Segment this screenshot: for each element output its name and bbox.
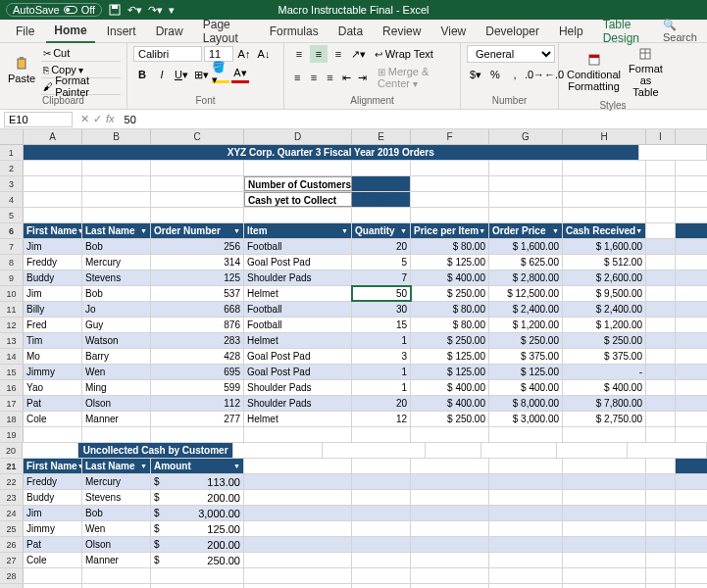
comma-icon[interactable]: , <box>506 66 524 83</box>
first-name[interactable]: Tim <box>24 333 82 348</box>
price-per-item[interactable]: $ 125.00 <box>411 349 489 364</box>
last-name[interactable]: Olson <box>82 396 151 411</box>
cell[interactable] <box>244 537 352 552</box>
border-button[interactable]: ⊞▾ <box>192 66 210 83</box>
row-header[interactable]: 18 <box>0 412 24 426</box>
table-header-7[interactable]: Cash Received ▼ <box>563 223 646 238</box>
col-header-I[interactable]: I <box>646 129 676 144</box>
last-name[interactable]: Watson <box>82 333 151 348</box>
price-per-item[interactable]: $ 400.00 <box>411 396 489 411</box>
select-all-corner[interactable] <box>0 129 24 144</box>
row-header[interactable]: 5 <box>0 208 24 222</box>
bold-button[interactable]: B <box>133 66 151 83</box>
row-header[interactable]: 23 <box>0 490 24 505</box>
quantity[interactable]: 15 <box>352 318 411 332</box>
first-name[interactable]: Jim <box>24 239 82 254</box>
order-price[interactable]: $ 3,000.00 <box>489 412 563 426</box>
cell[interactable] <box>646 553 676 567</box>
first-name[interactable]: Fred <box>24 318 82 332</box>
last-name[interactable]: Barry <box>82 349 151 364</box>
cash-received[interactable]: $ 9,500.00 <box>563 286 646 301</box>
align-left-icon[interactable]: ≡ <box>290 69 305 86</box>
cell[interactable] <box>352 506 411 520</box>
cell[interactable] <box>563 553 646 567</box>
cell[interactable] <box>352 568 411 583</box>
cell[interactable] <box>563 568 646 583</box>
order-price[interactable]: $ 400.00 <box>489 380 563 395</box>
font-color-button[interactable]: A▾ <box>231 66 249 83</box>
format-painter-button[interactable]: 🖌 Format Painter <box>41 79 121 95</box>
cell[interactable] <box>646 286 676 301</box>
first-name[interactable]: Jimmy <box>24 365 82 379</box>
order-number[interactable]: 695 <box>151 365 244 379</box>
cell[interactable] <box>352 537 411 552</box>
cell[interactable] <box>646 192 676 207</box>
unc-last-name[interactable]: Wen <box>82 521 151 536</box>
cell[interactable] <box>244 161 352 175</box>
cut-button[interactable]: ✂ Cut <box>41 46 121 62</box>
cell[interactable] <box>646 537 676 552</box>
redo-icon[interactable]: ↷▾ <box>148 4 163 17</box>
cell[interactable] <box>352 553 411 567</box>
align-center-icon[interactable]: ≡ <box>307 69 322 86</box>
cell[interactable] <box>563 161 646 175</box>
cell[interactable] <box>563 192 646 207</box>
cell[interactable] <box>244 459 352 473</box>
row-header[interactable]: 16 <box>0 380 24 395</box>
cell[interactable] <box>352 490 411 505</box>
cell[interactable] <box>151 161 244 175</box>
cell[interactable] <box>489 474 563 489</box>
item[interactable]: Football <box>244 318 352 332</box>
order-price[interactable]: $ 375.00 <box>489 349 563 364</box>
row-header[interactable]: 27 <box>0 553 24 567</box>
table-header-2[interactable]: Order Number ▼ <box>151 223 244 238</box>
table-header-5[interactable]: Price per Item ▼ <box>411 223 489 238</box>
unc-hdr-amt[interactable]: Amount ▼ <box>151 459 244 473</box>
cell[interactable] <box>352 474 411 489</box>
unc-amount[interactable]: $ 250.00 <box>151 553 244 567</box>
cell[interactable] <box>24 427 82 442</box>
cell[interactable] <box>411 176 489 191</box>
item[interactable]: Football <box>244 239 352 254</box>
last-name[interactable]: Guy <box>82 318 151 332</box>
unc-amount[interactable]: $ 3,000.00 <box>151 506 244 520</box>
cell[interactable] <box>639 145 707 160</box>
quantity[interactable]: 50 <box>352 286 411 301</box>
last-name[interactable]: Mercury <box>82 255 151 270</box>
item[interactable]: Helmet <box>244 412 352 426</box>
order-number[interactable]: 112 <box>151 396 244 411</box>
cell[interactable] <box>646 161 676 175</box>
unc-amount[interactable]: $ 113.00 <box>151 474 244 489</box>
row-header[interactable]: 12 <box>0 318 24 332</box>
cell[interactable] <box>411 192 489 207</box>
menu-tab-review[interactable]: Review <box>375 21 429 42</box>
cell[interactable] <box>646 412 676 426</box>
cell[interactable] <box>646 176 676 191</box>
quantity[interactable]: 20 <box>352 239 411 254</box>
last-name[interactable]: Jo <box>82 302 151 317</box>
col-header-C[interactable]: C <box>151 129 244 144</box>
first-name[interactable]: Jim <box>24 286 82 301</box>
col-header-B[interactable]: B <box>82 129 151 144</box>
cell[interactable] <box>352 208 411 222</box>
row-header[interactable]: 15 <box>0 365 24 379</box>
col-header-E[interactable]: E <box>352 129 411 144</box>
cell[interactable] <box>563 490 646 505</box>
cell[interactable] <box>646 208 676 222</box>
unc-last-name[interactable]: Stevens <box>82 490 151 505</box>
cell[interactable] <box>489 192 563 207</box>
price-per-item[interactable]: $ 250.00 <box>411 286 489 301</box>
order-price[interactable]: $ 250.00 <box>489 333 563 348</box>
quantity[interactable]: 7 <box>352 270 411 285</box>
last-name[interactable]: Bob <box>82 286 151 301</box>
formula-bar[interactable]: 50 <box>119 113 707 126</box>
first-name[interactable]: Buddy <box>24 270 82 285</box>
row-header[interactable]: 25 <box>0 521 24 536</box>
cell[interactable] <box>563 459 646 473</box>
unc-first-name[interactable]: Jimmy <box>24 521 82 536</box>
order-number[interactable]: 428 <box>151 349 244 364</box>
cell[interactable] <box>489 459 563 473</box>
last-name[interactable]: Ming <box>82 380 151 395</box>
cell[interactable] <box>646 474 676 489</box>
cell[interactable] <box>411 553 489 567</box>
